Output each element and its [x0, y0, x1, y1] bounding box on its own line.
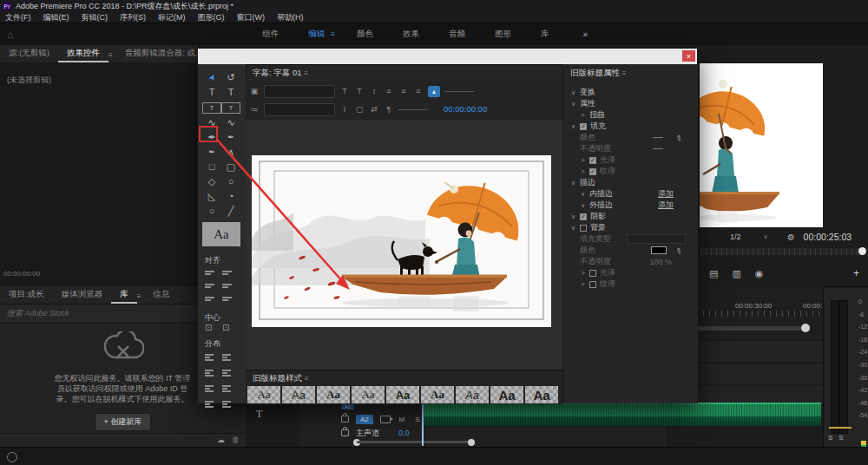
tab-stops-icon[interactable]: ¶ — [384, 104, 394, 115]
align-icon[interactable] — [222, 278, 240, 288]
timeline-zoom-scrollbar[interactable] — [697, 326, 803, 331]
chevron-down-icon[interactable]: ∨ — [580, 191, 586, 198]
checkbox-背景[interactable] — [580, 225, 587, 232]
pen-tool-icon[interactable]: ✒ — [202, 131, 221, 143]
align-icon[interactable] — [222, 380, 240, 392]
playhead[interactable] — [422, 403, 424, 446]
align-icon[interactable] — [205, 349, 222, 361]
create-library-button[interactable]: + 创建新库 — [95, 413, 152, 431]
project-panel-tab[interactable]: 信息 — [144, 289, 178, 304]
kerning-icon[interactable]: ⇄ — [369, 104, 379, 115]
checkbox-光泽[interactable] — [589, 270, 596, 277]
menu-item[interactable]: 剪辑(C) — [82, 12, 108, 23]
checkbox-阴影[interactable]: ✓ — [580, 213, 587, 220]
program-scrubber-handle[interactable] — [858, 247, 866, 255]
italic-button[interactable]: T — [354, 86, 365, 97]
center-icon[interactable]: ⊡ — [205, 323, 222, 332]
new-title-from-frame-icon[interactable]: ▣ — [249, 86, 260, 97]
align-icon[interactable] — [205, 396, 222, 408]
chevron-down-icon[interactable]: ∨ — [570, 89, 576, 96]
lift-icon[interactable]: ▤ — [709, 268, 718, 279]
menu-item[interactable]: 文件(F) — [5, 12, 31, 23]
chevron-right-icon[interactable]: > — [580, 157, 586, 163]
trash-icon[interactable]: 🗑 — [232, 436, 240, 444]
checkbox-填充[interactable]: ✓ — [580, 123, 587, 130]
solo-left-button[interactable]: S — [828, 434, 832, 442]
style-swatch[interactable]: Aa — [352, 386, 385, 403]
camera-icon[interactable] — [380, 416, 391, 423]
workspace-tab[interactable]: 组件 — [247, 29, 293, 40]
title-canvas[interactable] — [246, 120, 562, 370]
slider-track[interactable] — [444, 91, 474, 92]
panel-menu-icon[interactable]: ≡ — [622, 69, 627, 77]
mute-button[interactable]: M — [398, 416, 406, 423]
source-panel-tab[interactable]: 音频剪辑混合器: 成... — [116, 48, 211, 62]
export-frame-icon[interactable]: ◉ — [755, 268, 764, 279]
bold-button[interactable]: T — [339, 86, 350, 97]
button-editor-plus[interactable]: + — [853, 267, 859, 279]
menu-item[interactable]: 图形(G) — [198, 12, 225, 23]
panel-menu-icon[interactable]: ≡ — [331, 30, 335, 38]
clipped-corner-rectangle-tool-icon[interactable]: ◇ — [202, 175, 221, 187]
workspace-tab[interactable]: 图形 — [480, 29, 526, 40]
scrollbar-handle-right[interactable] — [468, 439, 475, 446]
round-rectangle-tool-icon[interactable]: ○ — [221, 175, 240, 187]
vertical-area-type-tool-icon[interactable]: T — [221, 102, 240, 114]
lock-icon[interactable] — [341, 429, 349, 436]
checkbox-纹理[interactable]: ✓ — [589, 168, 596, 175]
add-anchor-point-tool-icon[interactable]: ✒ — [202, 146, 221, 158]
fill-type-select[interactable] — [627, 234, 686, 244]
area-type-tool-icon[interactable]: T — [202, 102, 221, 114]
chevron-right-icon[interactable]: > — [580, 270, 586, 276]
menu-item[interactable]: 标记(M) — [158, 12, 186, 23]
style-swatch[interactable]: Aa — [317, 386, 350, 403]
align-right-icon[interactable]: ≡ — [413, 86, 424, 97]
source-panel-tab[interactable]: 源:(无剪辑) — [0, 48, 58, 62]
leading-icon[interactable]: ↕ — [369, 86, 379, 97]
font-style-select[interactable] — [264, 103, 335, 116]
align-icon[interactable] — [222, 364, 240, 377]
add-link[interactable]: 添加 — [658, 200, 674, 211]
rotation-tool-icon[interactable]: ↺ — [221, 71, 240, 83]
solo-right-button[interactable]: S — [838, 434, 843, 442]
program-scrubber[interactable] — [700, 248, 864, 255]
align-icon[interactable] — [205, 380, 222, 392]
font-size-icon[interactable]: ▢ — [354, 104, 365, 115]
rectangle-tool-icon[interactable]: □ — [202, 160, 221, 173]
audio-clip[interactable] — [424, 403, 821, 426]
project-panel-tab[interactable]: 媒体浏览器 — [53, 289, 112, 304]
workspace-overflow-button[interactable]: » — [582, 29, 588, 39]
style-swatch[interactable]: Aa — [525, 386, 558, 403]
align-icon[interactable] — [205, 278, 222, 288]
panel-menu-icon[interactable]: ≡ — [137, 292, 141, 300]
arc-tool-icon[interactable]: ◔ — [221, 190, 240, 202]
solo-button[interactable]: S — [413, 416, 422, 423]
chevron-right-icon[interactable]: > — [580, 281, 586, 287]
chevron-down-icon[interactable]: ∨ — [580, 202, 586, 209]
title-artboard[interactable] — [252, 155, 551, 327]
style-swatch[interactable]: Aa — [282, 386, 315, 403]
chevron-down-icon[interactable]: ∨ — [570, 180, 576, 187]
align-icon[interactable] — [222, 265, 240, 275]
templates-icon[interactable]: ≔ — [249, 104, 260, 115]
chevron-down-icon[interactable]: ∨ — [570, 225, 576, 232]
checkbox-光泽[interactable]: ✓ — [589, 157, 596, 164]
ellipse-tool-icon[interactable]: ○ — [202, 205, 221, 217]
align-icon[interactable] — [205, 265, 222, 275]
vertical-type-tool-icon[interactable]: T — [221, 86, 240, 98]
lock-icon[interactable] — [341, 416, 349, 422]
track-a2-badge[interactable]: A2 — [356, 415, 373, 424]
project-panel-tab[interactable]: 库 — [111, 289, 137, 304]
extract-icon[interactable]: ▥ — [732, 268, 740, 279]
checkbox-纹理[interactable] — [589, 281, 596, 288]
source-panel-tab[interactable]: 效果控件 — [58, 48, 108, 62]
path-type-tool-icon[interactable]: ∿ — [202, 116, 221, 128]
sync-cloud-icon[interactable]: ☁ — [217, 436, 225, 444]
eyedropper-icon[interactable]: ✐ — [674, 133, 684, 143]
style-swatch[interactable]: Aa — [386, 386, 419, 403]
align-icon[interactable] — [205, 364, 222, 377]
style-swatch[interactable]: Aa — [247, 386, 280, 403]
align-icon[interactable] — [205, 291, 222, 301]
workspace-tab[interactable]: 库 — [526, 29, 564, 40]
style-swatch[interactable]: Aa — [490, 386, 523, 403]
